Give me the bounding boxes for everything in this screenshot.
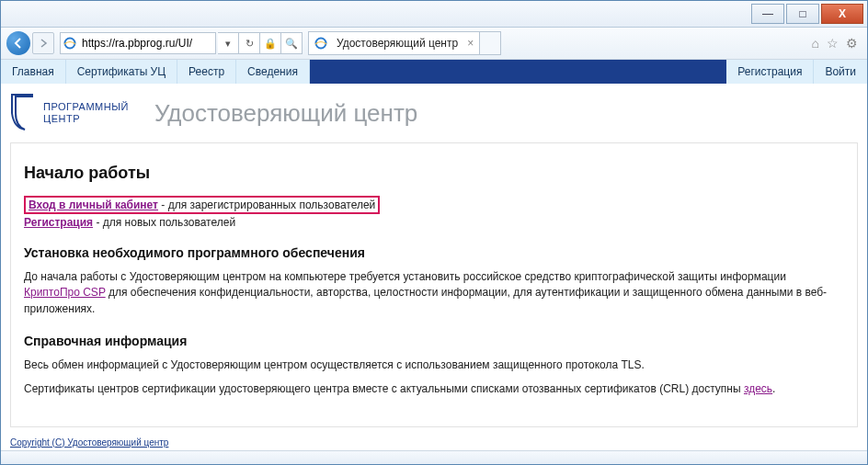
- url-input[interactable]: [80, 36, 212, 51]
- menu-certificates[interactable]: Сертификаты УЦ: [66, 60, 177, 84]
- page-viewport: Главная Сертификаты УЦ Реестр Сведения Р…: [1, 60, 867, 450]
- url-dropdown-icon[interactable]: ▾: [218, 32, 239, 54]
- new-tab-button[interactable]: [480, 31, 501, 55]
- browser-window: — □ X ▾ ↻ 🔒 🔍 Удостоверяющий центр: [0, 0, 868, 465]
- cryptopro-link[interactable]: КриптоПро CSP: [24, 286, 106, 299]
- heading-reference: Справочная информация: [24, 334, 844, 348]
- logo: ПРОГРАММНЫЙ ЦЕНТР: [10, 93, 129, 133]
- registration-link[interactable]: Регистрация: [24, 216, 93, 229]
- search-button[interactable]: 🔍: [281, 32, 303, 54]
- tab-close-button[interactable]: ×: [467, 37, 474, 50]
- window-minimize-button[interactable]: —: [751, 4, 784, 24]
- footer-link-uc[interactable]: Copyright (C) Удостоверяющий центр: [10, 437, 858, 449]
- footer-link-cryptopro[interactable]: Copyright (C) Крипто-Про 2016: [10, 449, 858, 450]
- menu-registration[interactable]: Регистрация: [726, 60, 814, 84]
- window-maximize-button[interactable]: □: [786, 4, 819, 24]
- home-icon[interactable]: ⌂: [812, 36, 819, 51]
- login-suffix: - для зарегистрированных пользователей: [158, 198, 375, 211]
- login-link[interactable]: Вход в личный кабинет: [29, 198, 158, 211]
- favorites-icon[interactable]: ☆: [827, 36, 839, 51]
- settings-icon[interactable]: ⚙: [846, 36, 858, 51]
- page-title: Удостоверяющий центр: [154, 99, 417, 128]
- content-frame: Начало работы Вход в личный кабинет - дл…: [10, 142, 858, 427]
- reference-p1: Весь обмен информацией с Удостоверяющим …: [24, 357, 844, 373]
- menu-login[interactable]: Войти: [814, 60, 867, 84]
- logo-line1: ПРОГРАММНЫЙ: [43, 101, 129, 113]
- heading-install: Установка необходимого программного обес…: [24, 245, 844, 260]
- ie-icon: [63, 37, 76, 50]
- browser-tab[interactable]: Удостоверяющий центр ×: [308, 31, 480, 55]
- forward-button[interactable]: [32, 32, 54, 54]
- page-footer: Copyright (C) Удостоверяющий центр Copyr…: [1, 431, 867, 450]
- logo-text: ПРОГРАММНЫЙ ЦЕНТР: [43, 101, 129, 125]
- heading-start: Начало работы: [24, 164, 844, 183]
- tab-favicon: [314, 37, 327, 50]
- logo-line2: ЦЕНТР: [43, 113, 129, 125]
- menu-registry[interactable]: Реестр: [177, 60, 236, 84]
- refresh-button[interactable]: ↻: [239, 32, 260, 54]
- window-bottom-border: [1, 450, 867, 464]
- lock-icon: 🔒: [260, 32, 281, 54]
- window-close-button[interactable]: X: [821, 4, 863, 24]
- crl-link[interactable]: здесь: [744, 382, 772, 395]
- tab-title: Удостоверяющий центр: [337, 37, 458, 50]
- back-button[interactable]: [6, 31, 30, 55]
- page-header: ПРОГРАММНЫЙ ЦЕНТР Удостоверяющий центр: [1, 84, 867, 142]
- toolbar-right-icons: ⌂ ☆ ⚙: [812, 36, 862, 51]
- login-row-highlight: Вход в личный кабинет - для зарегистриро…: [24, 196, 380, 214]
- window-titlebar: — □ X: [1, 1, 867, 28]
- address-bar-buttons: ▾ ↻ 🔒 🔍: [218, 32, 303, 54]
- address-bar[interactable]: [60, 32, 216, 54]
- registration-suffix: - для новых пользователей: [93, 216, 235, 229]
- reference-p2: Сертификаты центров сертификации удостов…: [24, 381, 844, 397]
- shield-icon: [10, 93, 38, 133]
- site-menubar: Главная Сертификаты УЦ Реестр Сведения Р…: [1, 60, 867, 84]
- install-paragraph: До начала работы с Удостоверяющим центро…: [24, 269, 844, 317]
- browser-toolbar: ▾ ↻ 🔒 🔍 Удостоверяющий центр × ⌂ ☆ ⚙: [1, 28, 867, 60]
- menu-main[interactable]: Главная: [1, 60, 66, 84]
- menu-info[interactable]: Сведения: [236, 60, 310, 84]
